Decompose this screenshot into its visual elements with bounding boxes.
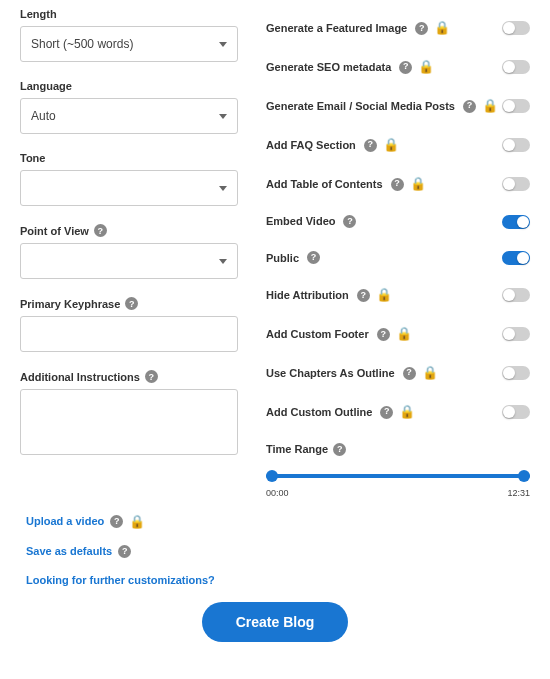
help-icon[interactable]: ? — [380, 406, 393, 419]
label-pov: Point of View — [20, 225, 89, 237]
lock-icon: 🔒 — [396, 326, 412, 343]
input-keyphrase[interactable] — [20, 316, 238, 352]
select-language-value: Auto — [31, 109, 56, 123]
help-icon[interactable]: ? — [118, 545, 131, 558]
toggle-seo[interactable] — [502, 60, 530, 74]
help-icon[interactable]: ? — [403, 367, 416, 380]
link-upload-video[interactable]: Upload a video — [26, 515, 104, 527]
time-range-section: Time Range ? 00:00 12:31 — [266, 443, 530, 498]
toggle-hide-attribution[interactable] — [502, 288, 530, 302]
toggle-row-featured-image: Generate a Featured Image ? 🔒 — [266, 20, 530, 37]
toggle-label-embed-video: Embed Video — [266, 214, 335, 228]
toggle-row-social: Generate Email / Social Media Posts ? 🔒 — [266, 98, 530, 115]
help-icon[interactable]: ? — [110, 515, 123, 528]
toggle-row-faq: Add FAQ Section ? 🔒 — [266, 137, 530, 154]
slider-line — [266, 474, 530, 478]
help-icon[interactable]: ? — [94, 224, 107, 237]
lock-icon: 🔒 — [434, 20, 450, 37]
toggle-row-seo: Generate SEO metadata ? 🔒 — [266, 59, 530, 76]
time-range-start: 00:00 — [266, 488, 289, 498]
field-language: Language Auto — [20, 80, 238, 134]
lock-icon: 🔒 — [422, 365, 438, 382]
toggle-faq[interactable] — [502, 138, 530, 152]
link-row-save-defaults: Save as defaults ? — [26, 545, 530, 558]
toggle-label-toc: Add Table of Contents — [266, 177, 383, 191]
help-icon[interactable]: ? — [391, 178, 404, 191]
help-icon[interactable]: ? — [125, 297, 138, 310]
toggle-embed-video[interactable] — [502, 215, 530, 229]
toggle-custom-footer[interactable] — [502, 327, 530, 341]
toggle-public[interactable] — [502, 251, 530, 265]
toggle-toc[interactable] — [502, 177, 530, 191]
help-icon[interactable]: ? — [399, 61, 412, 74]
lock-icon: 🔒 — [482, 98, 498, 115]
help-icon[interactable]: ? — [333, 443, 346, 456]
toggle-row-chapters: Use Chapters As Outline ? 🔒 — [266, 365, 530, 382]
select-pov[interactable] — [20, 243, 238, 279]
chevron-down-icon — [219, 259, 227, 264]
toggle-label-public: Public — [266, 251, 299, 265]
label-keyphrase: Primary Keyphrase — [20, 298, 120, 310]
field-length: Length Short (~500 words) — [20, 8, 238, 62]
toggle-custom-outline[interactable] — [502, 405, 530, 419]
field-pov: Point of View ? — [20, 224, 238, 279]
chevron-down-icon — [219, 114, 227, 119]
help-icon[interactable]: ? — [145, 370, 158, 383]
link-customizations[interactable]: Looking for further customizations? — [26, 574, 215, 586]
label-time-range: Time Range — [266, 443, 328, 455]
toggle-chapters[interactable] — [502, 366, 530, 380]
toggle-label-featured-image: Generate a Featured Image — [266, 21, 407, 35]
time-range-end: 12:31 — [507, 488, 530, 498]
field-keyphrase: Primary Keyphrase ? — [20, 297, 238, 352]
link-save-defaults[interactable]: Save as defaults — [26, 545, 112, 557]
slider-handle-right[interactable] — [518, 470, 530, 482]
toggle-label-faq: Add FAQ Section — [266, 138, 356, 152]
help-icon[interactable]: ? — [364, 139, 377, 152]
select-length[interactable]: Short (~500 words) — [20, 26, 238, 62]
lock-icon: 🔒 — [383, 137, 399, 154]
textarea-instructions[interactable] — [20, 389, 238, 455]
toggle-featured-image[interactable] — [502, 21, 530, 35]
field-instructions: Additional Instructions ? — [20, 370, 238, 459]
create-blog-button[interactable]: Create Blog — [202, 602, 349, 642]
toggle-label-custom-outline: Add Custom Outline — [266, 405, 372, 419]
help-icon[interactable]: ? — [463, 100, 476, 113]
help-icon[interactable]: ? — [357, 289, 370, 302]
select-language[interactable]: Auto — [20, 98, 238, 134]
help-icon[interactable]: ? — [343, 215, 356, 228]
toggle-label-custom-footer: Add Custom Footer — [266, 327, 369, 341]
chevron-down-icon — [219, 186, 227, 191]
links-section: Upload a video ? 🔒 Save as defaults ? Lo… — [0, 498, 550, 586]
lock-icon: 🔒 — [399, 404, 415, 421]
toggle-row-hide-attribution: Hide Attribution ? 🔒 — [266, 287, 530, 304]
left-form-column: Length Short (~500 words) Language Auto … — [20, 8, 238, 498]
lock-icon: 🔒 — [129, 514, 145, 529]
label-tone: Tone — [20, 152, 45, 164]
help-icon[interactable]: ? — [377, 328, 390, 341]
button-area: Create Blog — [0, 602, 550, 642]
toggle-label-hide-attribution: Hide Attribution — [266, 288, 349, 302]
label-instructions: Additional Instructions — [20, 371, 140, 383]
link-row-upload: Upload a video ? 🔒 — [26, 514, 530, 529]
toggle-label-social: Generate Email / Social Media Posts — [266, 99, 455, 113]
select-tone[interactable] — [20, 170, 238, 206]
time-range-slider[interactable] — [266, 466, 530, 486]
right-toggle-column: Generate a Featured Image ? 🔒 Generate S… — [266, 8, 530, 498]
label-language: Language — [20, 80, 72, 92]
toggle-row-public: Public ? — [266, 251, 530, 265]
select-length-value: Short (~500 words) — [31, 37, 133, 51]
toggle-social[interactable] — [502, 99, 530, 113]
chevron-down-icon — [219, 42, 227, 47]
toggle-row-toc: Add Table of Contents ? 🔒 — [266, 176, 530, 193]
label-length: Length — [20, 8, 57, 20]
toggle-label-seo: Generate SEO metadata — [266, 60, 391, 74]
slider-handle-left[interactable] — [266, 470, 278, 482]
lock-icon: 🔒 — [418, 59, 434, 76]
help-icon[interactable]: ? — [415, 22, 428, 35]
toggle-row-custom-outline: Add Custom Outline ? 🔒 — [266, 404, 530, 421]
toggle-row-embed-video: Embed Video ? — [266, 214, 530, 228]
help-icon[interactable]: ? — [307, 251, 320, 264]
toggle-row-custom-footer: Add Custom Footer ? 🔒 — [266, 326, 530, 343]
toggle-label-chapters: Use Chapters As Outline — [266, 366, 395, 380]
field-tone: Tone — [20, 152, 238, 206]
